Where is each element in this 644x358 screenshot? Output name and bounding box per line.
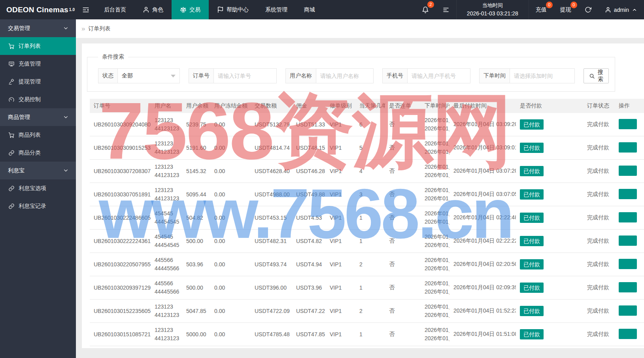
order-no-filter: 订单号 bbox=[189, 68, 277, 83]
phone-input[interactable] bbox=[407, 68, 470, 83]
cell-order-pay-time: 2026年01月03日 01:51:082026年01月03日 01:51:18 bbox=[421, 323, 449, 346]
row-action-button[interactable] bbox=[619, 142, 637, 153]
user-name-filter: 用户名称 bbox=[285, 68, 374, 83]
withdraw-button[interactable]: 提现 0 bbox=[553, 0, 578, 19]
sidebar-item-11[interactable]: 利息宝记录 bbox=[0, 197, 76, 215]
refresh-button[interactable] bbox=[578, 0, 598, 19]
row-action-button[interactable] bbox=[619, 119, 637, 129]
sidebar-item-5[interactable]: 交易控制 bbox=[0, 90, 76, 108]
cell-level: VIP1 bbox=[326, 323, 355, 346]
sidebar-group-6[interactable]: 商品管理 bbox=[0, 108, 76, 126]
top-nav-item-5[interactable]: 系统管理 bbox=[257, 0, 296, 19]
column-header: 下单时间/付款时间 bbox=[421, 99, 449, 113]
paid-status-button[interactable]: 已付款 bbox=[520, 119, 544, 130]
order-no-label: 订单号 bbox=[189, 68, 213, 83]
cell-order-no: UB2601030222486605 bbox=[90, 206, 151, 230]
sidebar-item-label: 提现管理 bbox=[19, 78, 41, 85]
cell-status: 完成付款 bbox=[583, 300, 615, 323]
cart-icon bbox=[8, 43, 15, 49]
cell-action bbox=[615, 183, 644, 206]
cell-paid: 已付款 bbox=[516, 230, 583, 253]
sidebar-group-label: 商品管理 bbox=[8, 114, 30, 121]
top-nav-item-2[interactable]: 角色 bbox=[134, 0, 172, 19]
cell-order-pay-time: 2026年01月03日 02:22:482026年01月03日 02:22:58 bbox=[421, 206, 449, 230]
cell-day-index: 4 bbox=[355, 160, 385, 183]
status-select[interactable]: 全部 bbox=[117, 68, 180, 83]
cell-username: 12312344123123 bbox=[151, 300, 182, 323]
cell-level: VIP1 bbox=[326, 206, 355, 230]
cell-order-no: UB2601030309015253 bbox=[90, 136, 151, 160]
cell-frozen: 0.00 bbox=[210, 136, 251, 160]
status-selected-value: 全部 bbox=[122, 72, 133, 79]
sidebar-item-10[interactable]: 利息宝选项 bbox=[0, 179, 76, 197]
paid-status-button[interactable]: 已付款 bbox=[520, 213, 544, 223]
cell-balance: 5000.00 bbox=[182, 323, 210, 346]
admin-menu[interactable]: admin bbox=[598, 0, 644, 19]
cell-order-no: UB2601030152235605 bbox=[90, 300, 151, 323]
row-action-button[interactable] bbox=[619, 259, 637, 269]
cell-balance: 500.00 bbox=[182, 230, 210, 253]
cell-amount: USDT396.00 bbox=[251, 276, 292, 300]
paid-status-button[interactable]: 已付款 bbox=[520, 329, 544, 339]
paid-status-button[interactable]: 已付款 bbox=[520, 143, 544, 153]
order-time-input[interactable] bbox=[510, 68, 575, 83]
top-nav-item-label: 交易 bbox=[189, 6, 200, 13]
row-action-button[interactable] bbox=[619, 236, 637, 246]
paid-status-button[interactable]: 已付款 bbox=[520, 189, 544, 200]
notification-bell-button[interactable]: 2 bbox=[415, 0, 436, 19]
order-no-input[interactable] bbox=[213, 68, 277, 83]
search-button-label: 搜 索 bbox=[598, 69, 603, 83]
paid-status-button[interactable]: 已付款 bbox=[520, 259, 544, 269]
paid-status-button[interactable]: 已付款 bbox=[520, 236, 544, 246]
local-time-label: 当地时间 bbox=[467, 2, 518, 9]
sidebar-item-4[interactable]: 提现管理 bbox=[0, 73, 76, 90]
bell-icon bbox=[422, 6, 429, 13]
cell-order-no: UB2601030220507955 bbox=[90, 253, 151, 276]
row-action-button[interactable] bbox=[619, 212, 637, 222]
main-area: » 订单列表 条件搜索 状态 全部 bbox=[76, 19, 644, 358]
paid-status-button[interactable]: 已付款 bbox=[520, 306, 544, 316]
sidebar-item-8[interactable]: 商品分类 bbox=[0, 144, 76, 162]
cell-level: VIP1 bbox=[326, 300, 355, 323]
message-list-button[interactable] bbox=[436, 0, 456, 19]
paid-status-button[interactable]: 已付款 bbox=[520, 166, 544, 176]
top-nav-item-label: 后台首页 bbox=[104, 6, 126, 13]
cell-balance: 5047.85 bbox=[182, 300, 210, 323]
sidebar-collapse-icon[interactable] bbox=[76, 0, 96, 19]
notification-badge: 2 bbox=[427, 1, 434, 8]
cell-day-index: 1 bbox=[355, 276, 385, 300]
top-nav-item-4[interactable]: 帮助中心 bbox=[209, 0, 257, 19]
cell-commission: USDT3.96 bbox=[292, 276, 326, 300]
row-action-button[interactable] bbox=[619, 166, 637, 176]
scales-icon bbox=[180, 6, 187, 13]
recharge-button[interactable]: 充值 0 bbox=[529, 0, 553, 19]
user-name-input[interactable] bbox=[316, 68, 374, 83]
row-action-button[interactable] bbox=[619, 329, 637, 339]
cell-status: 完成付款 bbox=[583, 230, 615, 253]
cell-order-pay-time: 2026年01月03日 01:52:232026年01月03日 01:52:32 bbox=[421, 300, 449, 323]
cell-streak: 否 bbox=[385, 206, 421, 230]
cell-balance: 5145.32 bbox=[182, 160, 210, 183]
row-action-button[interactable] bbox=[619, 189, 637, 199]
order-time-filter: 下单时间 bbox=[479, 68, 575, 83]
cell-action bbox=[615, 113, 644, 136]
top-nav-item-3[interactable]: 交易 bbox=[172, 0, 209, 19]
sidebar-item-7[interactable]: 商品列表 bbox=[0, 126, 76, 144]
paid-status-button[interactable]: 已付款 bbox=[520, 283, 544, 293]
sidebar-group-1[interactable]: 交易管理 bbox=[0, 19, 76, 37]
top-nav-item-6[interactable]: 商城 bbox=[296, 0, 323, 19]
row-action-button[interactable] bbox=[619, 305, 637, 316]
cell-order-pay-time: 2026年01月03日 03:09:202026年01月03日 03:09:39 bbox=[421, 113, 449, 136]
cell-order-no: UB2601030209397129 bbox=[90, 276, 151, 300]
search-button[interactable]: 搜 索 bbox=[584, 68, 609, 83]
sidebar-item-3[interactable]: 充值管理 bbox=[0, 55, 76, 73]
sidebar-item-label: 商品分类 bbox=[19, 149, 41, 156]
top-nav-item-1[interactable]: 后台首页 bbox=[96, 0, 134, 19]
cell-paid: 已付款 bbox=[516, 113, 583, 136]
cell-status: 完成付款 bbox=[583, 136, 615, 160]
sidebar-item-2[interactable]: 订单列表 bbox=[0, 37, 76, 55]
sidebar-group-9[interactable]: 利息宝 bbox=[0, 162, 76, 179]
row-action-button[interactable] bbox=[619, 282, 637, 292]
cell-username: 44556644445566 bbox=[151, 253, 182, 276]
cell-last-pay-time: 2026年01月04日 02:09:39 bbox=[449, 276, 516, 300]
